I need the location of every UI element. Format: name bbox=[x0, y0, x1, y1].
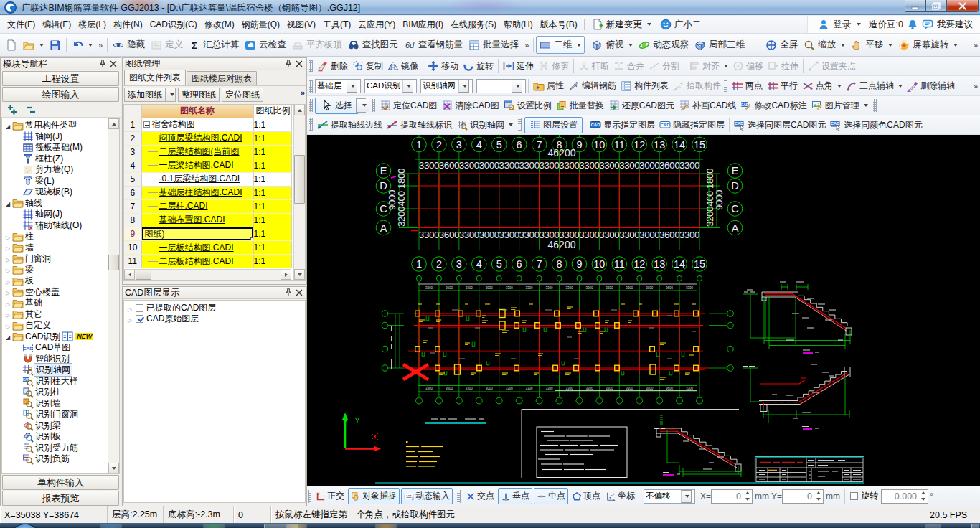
tree-item[interactable]: 板 bbox=[2, 275, 107, 287]
taskbar-item[interactable] bbox=[203, 524, 225, 528]
toolbar-grip[interactable] bbox=[309, 80, 313, 93]
scroll-left-button[interactable] bbox=[124, 270, 135, 280]
edit-trim-button[interactable]: 修剪 bbox=[536, 58, 571, 75]
project-settings-button[interactable]: 工程设置 bbox=[2, 71, 119, 86]
edit-move-button[interactable]: 移动 bbox=[425, 58, 461, 75]
edit-align-button[interactable]: 对齐 bbox=[687, 58, 730, 75]
tree-expander-closed-icon[interactable] bbox=[126, 315, 133, 324]
tree-item[interactable]: 轴线 bbox=[2, 198, 107, 209]
sheet-row[interactable]: 1 宿舍结构图 1:1 bbox=[124, 118, 291, 131]
menu-item-6[interactable]: 钢筋量(Q) bbox=[238, 16, 283, 33]
tree-item[interactable]: 筏板基础(M) bbox=[2, 142, 107, 154]
menu-item-12[interactable]: 帮助(H) bbox=[500, 16, 537, 33]
dyn-input-button[interactable]: 动态输入 bbox=[401, 488, 453, 504]
repair-cad-line-button[interactable]: 补画CAD线 bbox=[677, 98, 738, 114]
drawing-input-button[interactable]: 绘图输入 bbox=[2, 87, 119, 102]
component-list-button[interactable]: 构件列表 bbox=[618, 77, 671, 94]
toolbar-grip[interactable] bbox=[309, 99, 313, 112]
edit-offset-button[interactable]: 偏移 bbox=[730, 58, 765, 75]
perpendicular-snap-button[interactable]: 垂点 bbox=[498, 488, 532, 504]
windows-taskbar[interactable] bbox=[0, 523, 980, 528]
select-dd[interactable] bbox=[356, 98, 366, 113]
view-rebar-button[interactable]: 查看钢筋量 bbox=[401, 37, 466, 53]
three-point-aux-button[interactable]: 三点辅轴 bbox=[844, 77, 905, 94]
intersection-snap-button[interactable]: 交点 bbox=[463, 489, 496, 504]
sheet-row[interactable]: 7 二层柱.CADI 1:1 bbox=[124, 199, 291, 213]
midpoint-snap-button[interactable]: 中点 bbox=[534, 488, 568, 504]
scroll-up-button[interactable] bbox=[294, 105, 305, 116]
toolbar-grip[interactable] bbox=[309, 60, 313, 72]
save-button[interactable] bbox=[47, 37, 64, 53]
toolbar-grip[interactable] bbox=[309, 118, 313, 131]
point-angle-button[interactable]: 点角 bbox=[800, 77, 844, 94]
tree-item[interactable]: 其它 bbox=[2, 309, 107, 321]
new-change-button[interactable]: 新建变更 bbox=[588, 19, 656, 31]
rotate-checkbox[interactable] bbox=[850, 492, 858, 500]
menu-item-4[interactable]: CAD识别(C) bbox=[146, 16, 201, 33]
tab-sheet-files[interactable]: 图纸文件列表 bbox=[124, 70, 186, 85]
edit-merge-button[interactable]: 合并 bbox=[611, 58, 646, 75]
tree-item[interactable]: 识别柱大样 bbox=[2, 376, 107, 387]
sheet-row[interactable]: 10 一层板结构图.CADI 1:1 bbox=[124, 241, 291, 255]
tree-item[interactable]: 梁 bbox=[2, 265, 107, 276]
menu-item-10[interactable]: BIM应用(I) bbox=[399, 16, 447, 33]
edit-delete-button[interactable]: 删除 bbox=[315, 58, 350, 75]
y-input[interactable]: 0 bbox=[782, 489, 824, 504]
edit-stretch-button[interactable]: 拉伸 bbox=[765, 58, 801, 75]
tree-item[interactable]: 梁(L) bbox=[2, 176, 107, 187]
tree-expander-closed-icon[interactable] bbox=[4, 255, 11, 263]
tree-item[interactable]: 基础 bbox=[2, 298, 107, 309]
scroll-thumb[interactable] bbox=[294, 155, 305, 204]
sheet-row[interactable]: 4 一层梁结构图.CADI 1:1 bbox=[124, 159, 291, 172]
modify-cad-label-button[interactable]: 修改CAD标注 bbox=[738, 98, 809, 114]
category-combo[interactable]: CAD识别 bbox=[364, 79, 417, 93]
define-button[interactable]: 定义 bbox=[148, 37, 186, 53]
sheet-table-hscrollbar[interactable] bbox=[124, 269, 291, 280]
menu-item-0[interactable]: 文件(F) bbox=[4, 16, 39, 33]
tree-expander-closed-icon[interactable] bbox=[4, 232, 11, 241]
tree-expander-open-icon[interactable] bbox=[4, 199, 11, 207]
taskbar-active-item[interactable] bbox=[264, 524, 298, 528]
extract-axis-mark-button[interactable]: 提取轴线标识 bbox=[385, 117, 454, 133]
osnap-button[interactable]: 对象捕捉 bbox=[348, 488, 400, 504]
suggest-button[interactable]: 我要建议 bbox=[937, 19, 973, 31]
cad-viewport[interactable]: 1234567891011121314154620033003600330030… bbox=[307, 135, 980, 486]
tree-expander-closed-icon[interactable] bbox=[4, 277, 11, 286]
tree-item[interactable]: 识别板 bbox=[2, 431, 107, 443]
parallel-button[interactable]: 平行 bbox=[765, 77, 800, 94]
tree-expander-closed-icon[interactable] bbox=[4, 299, 11, 308]
batch-replace-button[interactable]: 批量替换 bbox=[554, 98, 606, 114]
close-icon[interactable] bbox=[293, 59, 304, 69]
tree-item[interactable]: 辅助轴线(O) bbox=[2, 220, 107, 232]
minimize-button[interactable] bbox=[905, 0, 925, 12]
tree-item[interactable]: 识别墙 bbox=[2, 398, 107, 410]
edit-copy-button[interactable]: 复制 bbox=[350, 58, 385, 75]
coordinate-button[interactable]: 坐标 bbox=[604, 489, 637, 504]
tree-expander-closed-icon[interactable] bbox=[4, 321, 11, 330]
pin-icon[interactable] bbox=[283, 59, 293, 69]
restore-button[interactable] bbox=[925, 0, 946, 12]
layer-checkbox[interactable] bbox=[136, 304, 143, 312]
pin-icon[interactable] bbox=[97, 59, 108, 69]
properties-button[interactable]: 属性 bbox=[531, 77, 566, 94]
tree-expander-closed-icon[interactable] bbox=[4, 265, 11, 274]
menu-item-2[interactable]: 楼层(L) bbox=[75, 16, 110, 33]
scroll-up-button[interactable] bbox=[108, 118, 119, 129]
expand-all-button[interactable] bbox=[6, 104, 18, 116]
sheet-name-edit[interactable]: 图纸) bbox=[142, 227, 253, 241]
show-desktop-button[interactable] bbox=[971, 524, 979, 528]
scroll-thumb[interactable] bbox=[108, 255, 119, 270]
tree-expander-open-icon[interactable] bbox=[4, 121, 11, 130]
select-button[interactable]: 选择 bbox=[315, 98, 359, 114]
sheet-row[interactable]: 2 闷顶层梁结构图.CADI 1:1 bbox=[124, 131, 291, 145]
cloud-check-button[interactable]: 云检查 bbox=[242, 37, 289, 53]
menu-item-13[interactable]: 版本号(B) bbox=[537, 16, 581, 33]
menu-item-8[interactable]: 工具(T) bbox=[319, 16, 354, 33]
cad-drawing[interactable]: 1234567891011121314154620033003600330030… bbox=[307, 135, 980, 486]
tree-item[interactable]: 门窗洞 bbox=[2, 253, 107, 265]
collapse-all-button[interactable] bbox=[25, 104, 37, 116]
menu-item-5[interactable]: 修改(M) bbox=[201, 16, 238, 33]
flatten-slab-top-button[interactable]: 平齐板顶 bbox=[289, 37, 345, 53]
function-combo[interactable]: 识别轴网 bbox=[420, 79, 473, 93]
toolbar-overflow-chevron4[interactable]: » bbox=[971, 82, 980, 90]
